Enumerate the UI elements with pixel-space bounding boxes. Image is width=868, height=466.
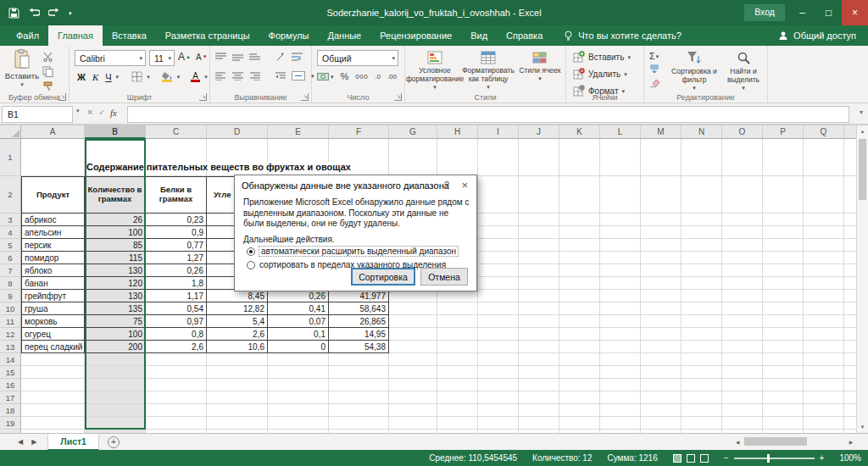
formula-input[interactable] [127, 106, 849, 123]
cell-L12[interactable] [600, 328, 641, 341]
name-box-dropdown-icon[interactable]: ▾ [76, 108, 80, 114]
cell-J3[interactable] [519, 214, 559, 226]
cell-D11[interactable]: 5,4 [207, 315, 268, 328]
cell-L10[interactable] [600, 302, 641, 315]
align-center-icon[interactable] [232, 72, 243, 80]
cell-H12[interactable] [437, 328, 478, 341]
font-name-combo[interactable]: Calibri ▾ [75, 50, 146, 66]
cell-G19[interactable] [389, 417, 437, 430]
cell-Q4[interactable] [804, 226, 844, 239]
option-expand-selection[interactable]: автоматически расширить выделенный диапа… [247, 247, 458, 256]
cell-I15[interactable] [478, 366, 519, 379]
conditional-formatting-button[interactable]: Условное форматирование ▾ [409, 51, 461, 90]
cell-A13[interactable]: перец сладкий [21, 341, 85, 353]
cell-H17[interactable] [437, 391, 478, 404]
row-header-12[interactable]: 12 [0, 328, 21, 341]
cell-M3[interactable] [641, 214, 682, 226]
increase-decimal-button[interactable]: .0 [375, 73, 381, 80]
cell-K4[interactable] [559, 226, 600, 239]
cell-Q8[interactable] [804, 277, 844, 290]
cell-N5[interactable] [682, 239, 722, 252]
fill-button[interactable] [649, 64, 660, 75]
cell-C9[interactable]: 1,17 [146, 290, 207, 302]
column-header-A[interactable]: A [21, 125, 85, 139]
cell-C12[interactable]: 0,8 [146, 328, 207, 341]
zoom-out-button[interactable]: − [724, 453, 729, 463]
scroll-down-icon[interactable]: ▼ [857, 421, 868, 433]
cell-D19[interactable] [207, 417, 268, 430]
cell-P19[interactable] [763, 417, 804, 430]
cell-M2[interactable] [641, 176, 682, 214]
cell-M6[interactable] [641, 252, 682, 264]
zoom-in-button[interactable]: + [820, 453, 825, 463]
cell-N2[interactable] [682, 176, 722, 214]
radio-expand-selection[interactable] [247, 247, 255, 256]
cell-I11[interactable] [478, 315, 519, 328]
cell-L7[interactable] [600, 264, 641, 277]
cell-P15[interactable] [763, 366, 804, 379]
paste-button[interactable]: Вставить ▾ [5, 49, 39, 87]
cell-K19[interactable] [559, 417, 600, 430]
column-header-K[interactable]: K [559, 125, 600, 139]
cell-K9[interactable] [559, 290, 600, 302]
cell-B17[interactable] [85, 391, 146, 404]
merge-center-icon[interactable] [292, 71, 305, 80]
cell-O18[interactable] [722, 404, 763, 417]
cell-H9[interactable] [437, 290, 478, 302]
row-header-4[interactable]: 4 [0, 226, 21, 239]
row-header-3[interactable]: 3 [0, 214, 21, 226]
cell-K18[interactable] [559, 404, 600, 417]
cell-A17[interactable] [21, 391, 85, 404]
clear-button[interactable] [649, 78, 660, 87]
cell-C3[interactable]: 0,23 [146, 214, 207, 226]
cell-A8[interactable]: банан [21, 277, 85, 290]
cell-Q10[interactable] [804, 302, 844, 315]
column-header-D[interactable]: D [207, 125, 268, 139]
column-header-B[interactable]: B [85, 125, 146, 139]
row-header-1[interactable]: 1 [0, 139, 21, 176]
cell-E15[interactable] [268, 366, 329, 379]
column-header-O[interactable]: O [722, 125, 763, 139]
number-format-dropdown-icon[interactable]: ▾ [392, 55, 395, 61]
comma-style-button[interactable]: 000 [355, 73, 368, 80]
cell-K16[interactable] [559, 379, 600, 391]
vertical-scrollbar-thumb[interactable] [859, 139, 866, 200]
cell-H1[interactable] [437, 139, 478, 176]
cell-Q17[interactable] [804, 391, 844, 404]
cell-G9[interactable] [389, 290, 437, 302]
format-painter-icon[interactable] [42, 81, 53, 92]
cell-L4[interactable] [600, 226, 641, 239]
cell-I3[interactable] [478, 214, 519, 226]
cell-C8[interactable]: 1,8 [146, 277, 207, 290]
cell-P9[interactable] [763, 290, 804, 302]
font-name-dropdown-icon[interactable]: ▾ [139, 55, 142, 61]
cell-C17[interactable] [146, 391, 207, 404]
delete-cells-button[interactable]: Удалить ▾ [573, 68, 627, 80]
normal-view-icon[interactable] [673, 454, 682, 463]
cell-E17[interactable] [268, 391, 329, 404]
cell-F9[interactable]: 41,977 [329, 290, 389, 302]
cell-M16[interactable] [641, 379, 682, 391]
column-header-Q[interactable]: Q [804, 125, 844, 139]
cell-J8[interactable] [519, 277, 559, 290]
cell-L5[interactable] [600, 239, 641, 252]
cell-F16[interactable] [329, 379, 389, 391]
cell-G15[interactable] [389, 366, 437, 379]
cell-L6[interactable] [600, 252, 641, 264]
cell-Q14[interactable] [804, 353, 844, 366]
cell-B5[interactable]: 85 [85, 239, 146, 252]
cell-I19[interactable] [478, 417, 519, 430]
row-header-5[interactable]: 5 [0, 239, 21, 252]
clipboard-dialog-launcher[interactable]: ↘ [58, 93, 66, 101]
cell-G17[interactable] [389, 391, 437, 404]
cell-I17[interactable] [478, 391, 519, 404]
cell-I10[interactable] [478, 302, 519, 315]
cell-J5[interactable] [519, 239, 559, 252]
cell-G18[interactable] [389, 404, 437, 417]
column-header-J[interactable]: J [519, 125, 559, 139]
cell-H16[interactable] [437, 379, 478, 391]
cell-I13[interactable] [478, 341, 519, 353]
cell-O7[interactable] [722, 264, 763, 277]
cell-O14[interactable] [722, 353, 763, 366]
sort-button[interactable]: Сортировка [351, 268, 415, 286]
